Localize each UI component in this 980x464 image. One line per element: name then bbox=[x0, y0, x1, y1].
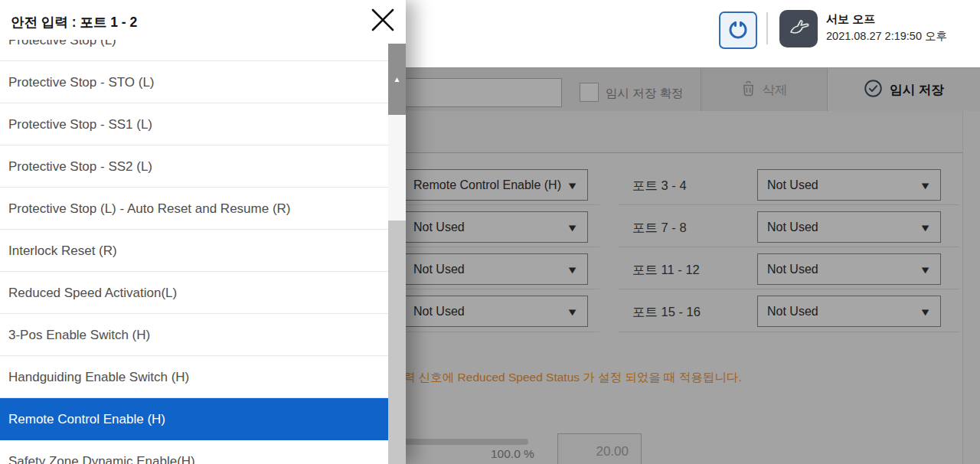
list-item[interactable]: Protective Stop - SS2 (L) bbox=[0, 145, 388, 188]
list-item[interactable]: Reduced Speed Activation(L) bbox=[0, 272, 388, 314]
header-divider bbox=[766, 12, 768, 44]
list-item[interactable]: Protective Stop (L) - Auto Reset and Res… bbox=[0, 188, 388, 230]
list-item-label: Safety Zone Dynamic Enable(H) bbox=[8, 454, 195, 464]
screen: 서보 오프 2021.08.27 2:19:50 오후 임시 저장 확정 삭제 bbox=[0, 0, 980, 464]
status-timestamp: 2021.08.27 2:19:50 오후 bbox=[826, 29, 947, 44]
close-button[interactable] bbox=[369, 7, 397, 34]
hand-icon bbox=[786, 15, 812, 44]
list-item[interactable]: Interlock Reset (R) bbox=[0, 230, 388, 272]
list-item-label: 3-Pos Enable Switch (H) bbox=[8, 328, 150, 342]
scroll-up-button[interactable]: ▲ bbox=[388, 44, 406, 115]
list-item-label: Interlock Reset (R) bbox=[8, 243, 117, 258]
list-item-label: Protective Stop - STO (L) bbox=[8, 75, 155, 90]
safety-input-dialog: Protective Stop (L) Protective Stop - ST… bbox=[0, 0, 406, 464]
list-item-selected[interactable]: Remote Control Enable (H) bbox=[0, 398, 388, 440]
list-item-label: Remote Control Enable (H) bbox=[8, 412, 165, 426]
dialog-scrollbar: ▲ bbox=[388, 44, 406, 464]
list-item-label: Protective Stop - SS2 (L) bbox=[8, 159, 152, 174]
list-item[interactable]: Protective Stop - STO (L) bbox=[0, 61, 388, 103]
hand-guiding-button[interactable] bbox=[779, 10, 818, 47]
list-item[interactable]: 3-Pos Enable Switch (H) bbox=[0, 314, 388, 356]
list-item[interactable]: Safety Zone Dynamic Enable(H) bbox=[0, 440, 388, 464]
dialog-header: 안전 입력 : 포트 1 - 2 bbox=[0, 0, 406, 40]
scrollbar-thumb[interactable] bbox=[388, 221, 406, 464]
list-item-label: Reduced Speed Activation(L) bbox=[8, 286, 177, 300]
scroll-up-icon: ▲ bbox=[394, 75, 401, 83]
list-item-label: Protective Stop (L) - Auto Reset and Res… bbox=[8, 201, 291, 216]
servo-status-label: 서보 오프 bbox=[826, 12, 875, 27]
dialog-title: 안전 입력 : 포트 1 - 2 bbox=[11, 13, 137, 31]
list-item-label: Handguiding Enable Switch (H) bbox=[8, 370, 189, 384]
gripper-icon bbox=[727, 18, 749, 43]
list-item[interactable]: Protective Stop - SS1 (L) bbox=[0, 103, 388, 145]
list-item[interactable]: Handguiding Enable Switch (H) bbox=[0, 356, 388, 398]
list-item-label: Protective Stop - SS1 (L) bbox=[8, 117, 152, 132]
robot-mode-button[interactable] bbox=[719, 11, 757, 49]
close-icon bbox=[370, 24, 396, 35]
